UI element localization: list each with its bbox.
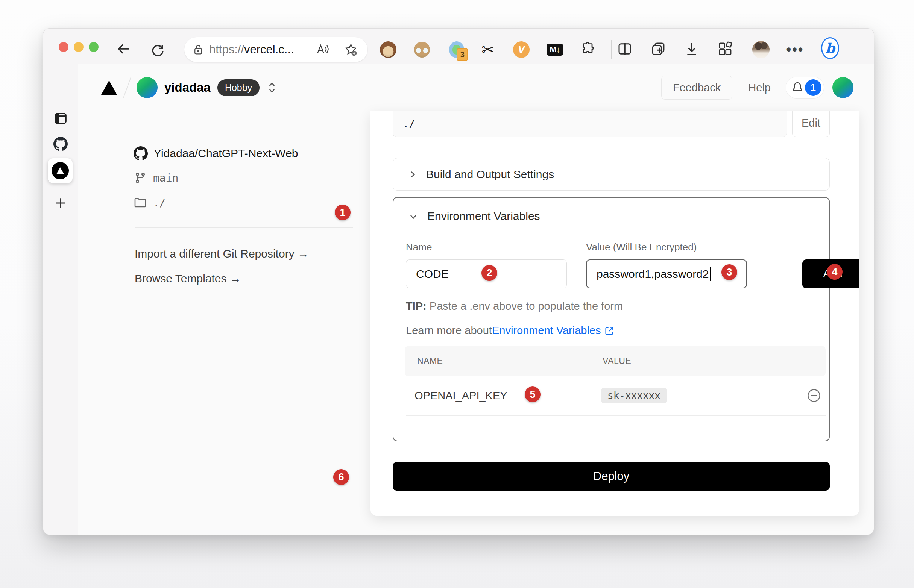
back-icon[interactable] xyxy=(116,41,131,57)
environment-variables-section: Environment Variables Name Value (Will B… xyxy=(393,197,830,441)
split-screen-icon[interactable] xyxy=(617,41,632,57)
repo-row: Yidadaa/ChatGPT-Next-Web xyxy=(134,145,298,162)
notification-count-badge: 1 xyxy=(805,79,822,96)
bing-chat-icon[interactable]: b xyxy=(821,39,839,57)
annotation-badge-2: 2 xyxy=(482,265,497,281)
github-icon[interactable] xyxy=(53,137,68,151)
remove-minus-icon[interactable] xyxy=(806,388,822,403)
import-different-repo-link[interactable]: Import a different Git Repository → xyxy=(135,247,309,260)
breadcrumb-slash xyxy=(123,77,131,98)
column-name: NAME xyxy=(417,346,443,376)
refresh-icon[interactable] xyxy=(150,41,165,57)
lock-icon xyxy=(193,43,204,56)
external-link-icon[interactable] xyxy=(604,326,615,336)
environment-variables-link[interactable]: Environment Variables xyxy=(492,325,601,337)
annotation-badge-3: 3 xyxy=(721,264,737,280)
env-name-value: CODE xyxy=(416,268,449,281)
annotation-badge-5: 5 xyxy=(525,386,540,402)
annotation-badge-6: 6 xyxy=(333,469,349,485)
branch-name: main xyxy=(153,172,178,184)
more-options-icon[interactable]: ••• xyxy=(786,40,804,59)
annotation-badge-1: 1 xyxy=(335,205,351,220)
address-bar[interactable]: https://vercel.c... xyxy=(184,37,367,62)
chevron-down-icon xyxy=(408,211,418,221)
profile-avatar[interactable] xyxy=(752,40,770,59)
scissors-icon[interactable]: ✂ xyxy=(479,40,497,59)
env-row-value: sk-xxxxxx xyxy=(602,388,666,404)
browser-toolbar: https://vercel.c... 3 ✂ V M↓ xyxy=(43,29,874,65)
root-directory-input[interactable]: ./ xyxy=(393,111,787,137)
vercel-tab-active[interactable] xyxy=(48,158,73,183)
avatar-extension-icon[interactable] xyxy=(413,40,431,59)
branch-row: main xyxy=(134,170,178,185)
github-icon xyxy=(134,146,148,160)
repo-name: Yidadaa/ChatGPT-Next-Web xyxy=(154,147,298,160)
add-favorite-icon[interactable] xyxy=(344,43,358,57)
v-extension-icon[interactable]: V xyxy=(512,40,531,59)
browser-window: https://vercel.c... 3 ✂ V M↓ xyxy=(43,28,874,535)
build-section-title: Build and Output Settings xyxy=(426,168,554,181)
vercel-logo[interactable] xyxy=(100,80,118,95)
bell-icon xyxy=(791,81,803,94)
url-host: vercel.c... xyxy=(244,43,294,56)
root-directory-row: ./ xyxy=(134,195,166,210)
zoom-window-button[interactable] xyxy=(89,42,99,52)
close-window-button[interactable] xyxy=(59,42,68,52)
text-caret xyxy=(710,267,711,281)
read-aloud-icon[interactable] xyxy=(316,43,330,57)
team-name[interactable]: yidadaa xyxy=(164,81,210,95)
env-section-header[interactable]: Environment Variables xyxy=(408,210,540,223)
minimize-window-button[interactable] xyxy=(74,42,84,52)
tip-text: TIP: Paste a .env above to populate the … xyxy=(406,300,623,312)
chevron-updown-icon[interactable] xyxy=(267,81,277,94)
tab-panel-icon[interactable] xyxy=(53,111,68,126)
chevron-right-icon xyxy=(408,170,417,179)
team-avatar[interactable] xyxy=(136,77,158,98)
edit-button[interactable]: Edit xyxy=(792,111,830,137)
sidebar-divider xyxy=(48,186,73,186)
new-tab-plus-icon[interactable] xyxy=(53,196,68,210)
build-output-settings-section[interactable]: Build and Output Settings xyxy=(393,158,830,191)
env-table-header: NAME VALUE xyxy=(405,346,826,376)
browse-templates-link[interactable]: Browse Templates → xyxy=(135,272,241,285)
desktop-canvas: https://vercel.c... 3 ✂ V M↓ xyxy=(0,0,914,588)
learn-more-line: Learn more about Environment Variables xyxy=(406,325,615,337)
header-actions: Feedback Help 1 xyxy=(661,64,853,111)
row-divider xyxy=(406,415,826,416)
feedback-button[interactable]: Feedback xyxy=(661,76,732,100)
collections-icon[interactable] xyxy=(651,41,666,57)
extension-badge: 3 xyxy=(457,48,468,61)
url-text: https://vercel.c... xyxy=(209,43,294,57)
markdown-extension-icon[interactable]: M↓ xyxy=(546,40,564,59)
left-divider xyxy=(135,227,353,228)
help-link[interactable]: Help xyxy=(748,82,771,94)
tip-label: TIP: xyxy=(406,300,427,312)
env-section-title: Environment Variables xyxy=(427,210,540,223)
translate-extension-icon[interactable]: 3 xyxy=(448,40,466,59)
extensions-puzzle-icon[interactable] xyxy=(581,41,596,57)
url-scheme: https:// xyxy=(209,43,244,56)
value-label: Value (Will Be Encrypted) xyxy=(586,241,697,253)
git-branch-icon xyxy=(134,172,146,184)
user-avatar[interactable] xyxy=(832,77,853,98)
breadcrumb: yidadaa Hobby xyxy=(100,64,277,111)
column-value: VALUE xyxy=(603,346,631,376)
env-row-name: OPENAI_API_KEY xyxy=(414,380,507,410)
folder-icon xyxy=(134,197,146,208)
plan-badge: Hobby xyxy=(217,79,259,96)
apps-grid-icon[interactable] xyxy=(718,41,733,57)
vercel-icon xyxy=(52,162,69,179)
tampermonkey-icon[interactable] xyxy=(379,40,397,59)
env-value-value: password1,password2 xyxy=(597,268,709,281)
root-directory: ./ xyxy=(153,197,166,209)
vercel-header: yidadaa Hobby Feedback Help 1 xyxy=(78,64,874,111)
env-table-row: OPENAI_API_KEY sk-xxxxxx 5 xyxy=(405,380,826,410)
annotation-badge-4: 4 xyxy=(827,264,843,280)
edge-sidebar xyxy=(43,64,78,535)
config-panel: ./ Edit Build and Output Settings Enviro… xyxy=(370,111,859,516)
toolbar-divider xyxy=(611,40,611,60)
download-icon[interactable] xyxy=(684,41,699,57)
deploy-button[interactable]: Deploy xyxy=(393,462,830,491)
name-label: Name xyxy=(406,241,432,253)
notifications-button[interactable]: 1 xyxy=(786,77,824,99)
